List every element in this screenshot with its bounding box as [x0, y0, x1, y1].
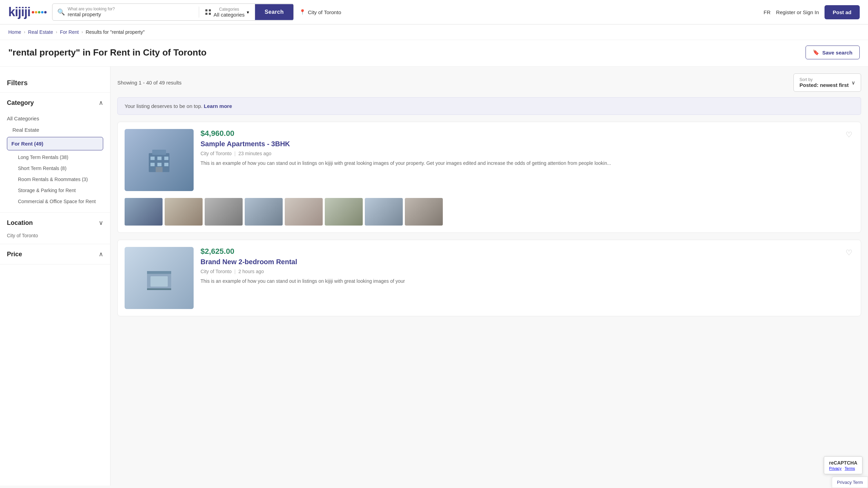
location-section: Location ∨ City of Toronto — [0, 213, 110, 244]
listing-title[interactable]: Brand New 2-bedroom Rental — [201, 258, 844, 266]
categories-label: Categories — [219, 7, 239, 12]
filters-heading: Filters — [7, 73, 103, 87]
listing-image-placeholder — [125, 129, 194, 191]
location-value: City of Toronto — [7, 233, 103, 244]
svg-rect-15 — [150, 276, 168, 287]
sort-chevron-icon: ∨ — [851, 80, 855, 86]
listing-meta: City of Toronto | 2 hours ago — [201, 269, 844, 274]
listing-image[interactable] — [125, 129, 194, 191]
category-section-title: Category — [7, 99, 34, 107]
listing-thumb-3[interactable] — [205, 198, 243, 226]
captcha-terms-link[interactable]: Terms — [845, 466, 855, 470]
bookmark-icon: 🔖 — [813, 49, 819, 56]
category-room-rentals[interactable]: Room Rentals & Roommates (3) — [7, 174, 103, 185]
svg-rect-12 — [156, 167, 163, 172]
header-right: FR Register or Sign In Post ad — [764, 5, 860, 19]
listing-time: 2 hours ago — [238, 269, 264, 274]
logo[interactable]: kijiji — [8, 5, 47, 19]
captcha-privacy-link[interactable]: Privacy — [829, 466, 841, 470]
breadcrumb-real-estate[interactable]: Real Estate — [28, 29, 53, 35]
category-storage-parking[interactable]: Storage & Parking for Rent — [7, 185, 103, 196]
breadcrumb-home[interactable]: Home — [8, 29, 21, 35]
category-section-header[interactable]: Category ∧ — [7, 93, 103, 113]
listing-location: City of Toronto — [201, 269, 232, 274]
category-all[interactable]: All Categories — [7, 113, 103, 124]
breadcrumb-sep-3: › — [81, 30, 83, 34]
footer-privacy: Privacy Term — [832, 477, 868, 486]
svg-rect-16 — [147, 288, 171, 290]
category-section: Category ∧ All Categories Real Estate Fo… — [0, 93, 110, 213]
svg-rect-5 — [152, 150, 166, 155]
price-chevron-icon: ∧ — [99, 250, 103, 258]
location-selector[interactable]: 📍 City of Toronto — [299, 9, 341, 15]
sign-in-link[interactable]: Sign In — [803, 9, 819, 15]
sort-dropdown[interactable]: Sort by Posted: newest first ∨ — [793, 73, 861, 92]
category-long-term[interactable]: Long Term Rentals (38) — [7, 152, 103, 163]
svg-rect-6 — [150, 157, 155, 160]
search-query-field[interactable]: 🔍 What are you looking for? rental prope… — [52, 7, 199, 18]
listing-thumb-2[interactable] — [165, 198, 203, 226]
building-icon — [145, 146, 173, 174]
dot-blue — [41, 11, 43, 13]
learn-more-link[interactable]: Learn more — [204, 103, 232, 109]
listing-thumb-7[interactable] — [365, 198, 403, 226]
page-title: "rental property" in For Rent in City of… — [8, 47, 207, 58]
favorite-button[interactable]: ♡ — [844, 129, 854, 191]
location-section-header[interactable]: Location ∨ — [7, 213, 103, 233]
results-header: Showing 1 - 40 of 49 results Sort by Pos… — [117, 67, 861, 97]
logo-dots — [32, 11, 47, 13]
listing-image[interactable] — [125, 247, 194, 309]
promo-text: Your listing deserves to be on top. — [125, 103, 202, 109]
listing-thumb-5[interactable] — [285, 198, 323, 226]
listing-meta: City of Toronto | 23 minutes ago — [201, 151, 844, 156]
search-icon: 🔍 — [57, 8, 65, 16]
listing-thumb-6[interactable] — [325, 198, 363, 226]
listing-meta-separator: | — [234, 151, 236, 156]
search-button[interactable]: Search — [255, 4, 293, 20]
listing-image-placeholder — [125, 247, 194, 309]
location-pin-icon: 📍 — [299, 9, 306, 15]
category-real-estate[interactable]: Real Estate — [7, 124, 103, 136]
category-commercial-office[interactable]: Commercial & Office Space for Rent — [7, 196, 103, 207]
language-toggle[interactable]: FR — [764, 9, 771, 15]
register-link[interactable]: Register — [776, 9, 796, 15]
listing-thumb-1[interactable] — [125, 198, 163, 226]
svg-rect-8 — [164, 157, 168, 160]
logo-text: kijiji — [8, 5, 30, 19]
sort-label: Sort by — [799, 77, 849, 82]
main-layout: Filters Category ∧ All Categories Real E… — [0, 67, 868, 486]
dot-navy — [44, 11, 47, 13]
listing-thumb-4[interactable] — [245, 198, 283, 226]
svg-rect-11 — [164, 163, 168, 166]
categories-dropdown[interactable]: Categories All categories ▾ — [199, 4, 255, 20]
post-ad-button[interactable]: Post ad — [825, 5, 860, 19]
breadcrumb-current: Results for "rental property" — [86, 29, 145, 35]
breadcrumb-sep-2: › — [56, 30, 57, 34]
terms-link[interactable]: Term — [853, 480, 863, 485]
listing-thumb-8[interactable] — [405, 198, 443, 226]
auth-links: Register or Sign In — [776, 9, 819, 15]
svg-rect-3 — [209, 13, 211, 15]
price-section-header[interactable]: Price ∧ — [7, 244, 103, 264]
auth-separator: or — [797, 9, 803, 15]
results-area: Showing 1 - 40 of 49 results Sort by Pos… — [110, 67, 868, 486]
listing-price: $4,960.00 — [201, 129, 844, 138]
category-short-term[interactable]: Short Term Rentals (8) — [7, 163, 103, 174]
listing-info: $2,625.00 Brand New 2-bedroom Rental Cit… — [201, 247, 844, 309]
listing-desc: This is an example of how you can stand … — [201, 160, 844, 167]
listing-title[interactable]: Sample Apartments - 3BHK — [201, 140, 844, 148]
listing-time: 23 minutes ago — [238, 151, 272, 156]
dot-red — [32, 11, 34, 13]
privacy-link[interactable]: Privacy — [837, 480, 852, 485]
location-chevron-icon: ∨ — [99, 219, 103, 227]
svg-rect-0 — [205, 9, 207, 11]
promo-banner: Your listing deserves to be on top. Lear… — [117, 97, 861, 115]
favorite-button[interactable]: ♡ — [844, 247, 854, 309]
save-search-button[interactable]: 🔖 Save search — [806, 46, 860, 59]
breadcrumb-for-rent[interactable]: For Rent — [60, 29, 79, 35]
svg-rect-1 — [209, 9, 211, 11]
category-for-rent[interactable]: For Rent (49) — [7, 137, 103, 150]
categories-chevron-icon: ▾ — [247, 10, 249, 15]
listing-card: $2,625.00 Brand New 2-bedroom Rental Cit… — [117, 240, 861, 316]
search-input-value[interactable]: rental property — [68, 11, 101, 17]
